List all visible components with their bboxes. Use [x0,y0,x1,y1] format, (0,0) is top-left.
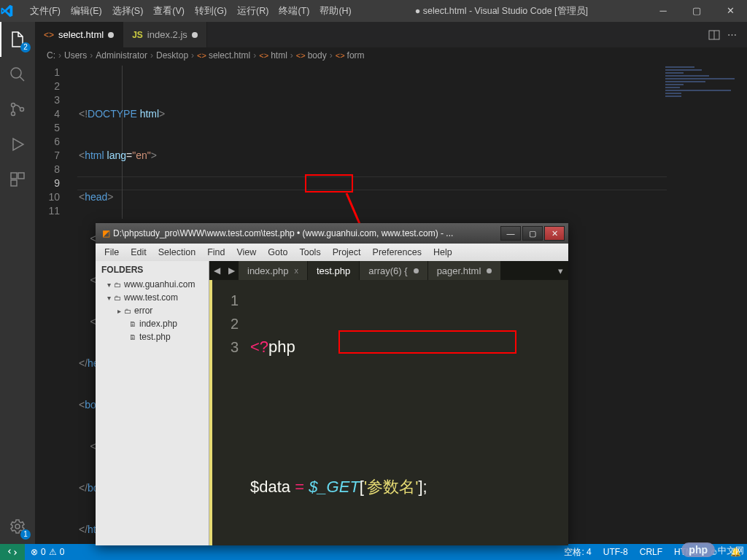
window-title: ● select.html - Visual Studio Code [管理员] [357,5,646,18]
breadcrumb-part[interactable]: form [347,50,365,61]
sublime-menu-goto[interactable]: Goto [262,247,293,257]
tab-nav-next-icon[interactable]: ▶ [224,261,239,280]
svg-rect-4 [11,173,17,179]
sublime-app-icon: ◩ [98,228,113,238]
folder-icon: 🗀 [114,294,121,302]
svg-point-0 [11,68,21,78]
close-icon[interactable]: x [294,266,298,275]
status-errors[interactable]: ⊗0 ⚠0 [25,547,70,557]
tree-folder[interactable]: ▸🗀error [100,304,209,317]
modified-dot-icon[interactable] [192,32,198,38]
status-encoding[interactable]: UTF-8 [597,547,634,557]
sublime-menu-help[interactable]: Help [427,247,458,257]
sublime-title-bar[interactable]: ◩ D:\phpstudy_pro\WWW\www.test.com\test.… [96,223,568,244]
title-bar: 文件(F) 编辑(E) 选择(S) 查看(V) 转到(G) 运行(R) 终端(T… [0,0,747,22]
breadcrumb-part[interactable]: html [271,50,287,61]
tree-folder[interactable]: ▾🗀www.test.com [100,291,209,304]
breadcrumb-part[interactable]: Administrator [96,50,147,61]
sublime-tab-active[interactable]: test.php [308,261,360,280]
more-actions-icon[interactable]: ⋯ [727,29,737,40]
sublime-sidebar: FOLDERS ▾🗀www.guanhui.com ▾🗀www.test.com… [96,261,209,545]
svg-rect-6 [18,173,24,179]
breadcrumb[interactable]: C:› Users› Administrator› Desktop› <> se… [35,47,747,63]
breadcrumb-part[interactable]: select.html [209,50,250,61]
tab-nav-prev-icon[interactable]: ◀ [209,261,224,280]
html-file-icon: <> [44,30,54,40]
sublime-editor[interactable]: 123 <?php $data = $_GET['参数名']; [209,280,568,545]
sublime-tab[interactable]: pager.html [428,261,502,280]
menu-terminal[interactable]: 终端(T) [274,0,314,22]
sublime-tab[interactable]: index.phpx [239,261,308,280]
menu-view[interactable]: 查看(V) [148,0,190,22]
modified-dot-icon[interactable] [108,32,114,38]
modified-dot-icon [414,268,419,273]
sublime-close-button[interactable]: ✕ [544,226,565,241]
minimap[interactable] [665,66,738,88]
sublime-menu-edit[interactable]: Edit [125,247,152,257]
tab-select-html[interactable]: <> select.html [35,22,123,47]
menu-go[interactable]: 转到(G) [190,0,232,22]
watermark: php中文网 [681,542,744,557]
sublime-menu-selection[interactable]: Selection [152,247,201,257]
activity-explorer-icon[interactable]: 2 [0,22,35,57]
sublime-folder-tree[interactable]: ▾🗀www.guanhui.com ▾🗀www.test.com ▸🗀error… [96,278,209,343]
menu-file[interactable]: 文件(F) [25,0,66,22]
remote-indicator-icon[interactable] [0,544,25,560]
sublime-window-title: D:\phpstudy_pro\WWW\www.test.com\test.ph… [113,228,500,238]
activity-extensions-icon[interactable] [0,162,35,197]
explorer-badge: 2 [20,42,31,52]
editor-tabs: <> select.html JS index.2.js ⋯ [35,22,747,47]
menu-selection[interactable]: 选择(S) [107,0,149,22]
tree-file[interactable]: 🗎index.php [100,317,209,330]
sublime-menu-view[interactable]: View [231,247,262,257]
svg-point-1 [12,104,15,107]
sublime-menu-project[interactable]: Project [327,247,367,257]
sublime-minimize-button[interactable]: — [500,226,521,241]
svg-point-3 [20,108,24,112]
status-eol[interactable]: CRLF [634,547,668,557]
php-pill: php [681,542,715,557]
svg-point-2 [12,112,15,116]
activity-scm-icon[interactable] [0,92,35,127]
line-number-gutter: 1234567891011 [35,66,71,218]
tab-index-2-js[interactable]: JS index.2.js [123,22,207,47]
file-icon: 🗎 [129,320,136,328]
menu-run[interactable]: 运行(R) [232,0,274,22]
maximize-button[interactable]: ▢ [680,0,713,22]
tab-dropdown-icon[interactable]: ▾ [552,261,568,280]
breadcrumb-part[interactable]: Users [64,50,87,61]
tree-folder[interactable]: ▾🗀www.guanhui.com [100,278,209,291]
modified-dot-icon [487,268,492,273]
status-spaces[interactable]: 空格: 4 [558,546,597,559]
activity-settings-icon[interactable]: 1 [0,509,35,544]
file-icon: 🗎 [129,333,136,341]
menu-help[interactable]: 帮助(H) [314,0,356,22]
settings-badge: 1 [20,529,31,540]
sublime-menu-find[interactable]: Find [201,247,231,257]
sublime-code[interactable]: <?php $data = $_GET['参数名']; [244,280,568,545]
sublime-maximize-button[interactable]: ▢ [522,226,543,241]
breadcrumb-part[interactable]: C: [47,50,55,61]
sublime-menu-file[interactable]: File [98,247,125,257]
watermark-text: 中文网 [718,545,744,556]
activity-debug-icon[interactable] [0,127,35,162]
close-button[interactable]: ✕ [713,0,747,22]
vscode-icon [0,4,25,18]
activity-search-icon[interactable] [0,57,35,92]
folder-icon: 🗀 [124,307,131,315]
minimize-button[interactable]: ─ [646,0,680,22]
sublime-window: ◩ D:\phpstudy_pro\WWW\www.test.com\test.… [96,223,568,545]
tree-file[interactable]: 🗎test.php [100,330,209,343]
sublime-tab[interactable]: array(6) { [360,261,427,280]
activity-bar: 2 1 [0,22,35,544]
sublime-menu-tools[interactable]: Tools [293,247,326,257]
breadcrumb-part[interactable]: body [308,50,327,61]
sublime-menu-preferences[interactable]: Preferences [367,247,427,257]
split-editor-icon[interactable] [708,29,720,41]
sublime-folders-header: FOLDERS [96,261,209,278]
folder-icon: 🗀 [114,281,121,289]
status-bar: ⊗0 ⚠0 空格: 4 UTF-8 CRLF HTML ☺ 🔔 [0,544,747,560]
sublime-tabs: ◀ ▶ index.phpx test.php array(6) { pager… [209,261,568,280]
breadcrumb-part[interactable]: Desktop [156,50,188,61]
menu-edit[interactable]: 编辑(E) [66,0,107,22]
